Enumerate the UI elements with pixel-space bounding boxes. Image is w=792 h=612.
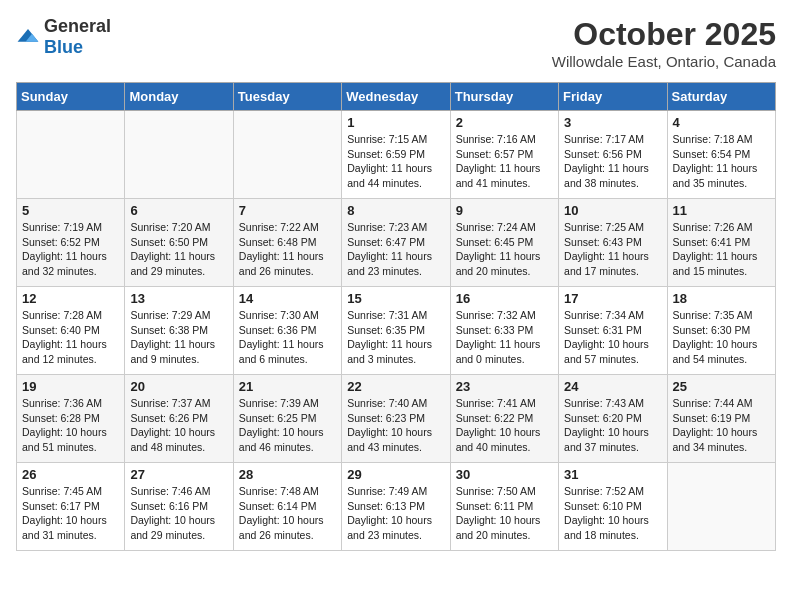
day-info: Sunrise: 7:50 AM Sunset: 6:11 PM Dayligh… xyxy=(456,484,553,543)
sunrise-text: Sunrise: 7:31 AM xyxy=(347,309,427,321)
day-number: 3 xyxy=(564,115,661,130)
sunrise-text: Sunrise: 7:22 AM xyxy=(239,221,319,233)
sunrise-text: Sunrise: 7:20 AM xyxy=(130,221,210,233)
daylight-text: Daylight: 10 hours and 23 minutes. xyxy=(347,514,432,541)
day-cell: 15 Sunrise: 7:31 AM Sunset: 6:35 PM Dayl… xyxy=(342,287,450,375)
daylight-text: Daylight: 11 hours and 9 minutes. xyxy=(130,338,215,365)
weekday-header-saturday: Saturday xyxy=(667,83,775,111)
sunrise-text: Sunrise: 7:23 AM xyxy=(347,221,427,233)
day-number: 23 xyxy=(456,379,553,394)
daylight-text: Daylight: 11 hours and 35 minutes. xyxy=(673,162,758,189)
day-cell: 18 Sunrise: 7:35 AM Sunset: 6:30 PM Dayl… xyxy=(667,287,775,375)
day-number: 31 xyxy=(564,467,661,482)
day-number: 25 xyxy=(673,379,770,394)
sunrise-text: Sunrise: 7:17 AM xyxy=(564,133,644,145)
day-number: 4 xyxy=(673,115,770,130)
sunrise-text: Sunrise: 7:48 AM xyxy=(239,485,319,497)
page-header: General Blue October 2025 Willowdale Eas… xyxy=(16,16,776,70)
day-info: Sunrise: 7:23 AM Sunset: 6:47 PM Dayligh… xyxy=(347,220,444,279)
day-number: 9 xyxy=(456,203,553,218)
day-cell xyxy=(17,111,125,199)
day-cell: 11 Sunrise: 7:26 AM Sunset: 6:41 PM Dayl… xyxy=(667,199,775,287)
daylight-text: Daylight: 11 hours and 44 minutes. xyxy=(347,162,432,189)
daylight-text: Daylight: 11 hours and 0 minutes. xyxy=(456,338,541,365)
daylight-text: Daylight: 11 hours and 3 minutes. xyxy=(347,338,432,365)
day-number: 27 xyxy=(130,467,227,482)
sunset-text: Sunset: 6:14 PM xyxy=(239,500,317,512)
sunset-text: Sunset: 6:22 PM xyxy=(456,412,534,424)
sunset-text: Sunset: 6:10 PM xyxy=(564,500,642,512)
day-cell: 8 Sunrise: 7:23 AM Sunset: 6:47 PM Dayli… xyxy=(342,199,450,287)
day-cell: 3 Sunrise: 7:17 AM Sunset: 6:56 PM Dayli… xyxy=(559,111,667,199)
day-cell: 25 Sunrise: 7:44 AM Sunset: 6:19 PM Dayl… xyxy=(667,375,775,463)
daylight-text: Daylight: 10 hours and 34 minutes. xyxy=(673,426,758,453)
sunset-text: Sunset: 6:17 PM xyxy=(22,500,100,512)
day-number: 21 xyxy=(239,379,336,394)
day-info: Sunrise: 7:36 AM Sunset: 6:28 PM Dayligh… xyxy=(22,396,119,455)
sunset-text: Sunset: 6:33 PM xyxy=(456,324,534,336)
sunrise-text: Sunrise: 7:25 AM xyxy=(564,221,644,233)
day-number: 8 xyxy=(347,203,444,218)
sunset-text: Sunset: 6:54 PM xyxy=(673,148,751,160)
daylight-text: Daylight: 10 hours and 57 minutes. xyxy=(564,338,649,365)
daylight-text: Daylight: 11 hours and 17 minutes. xyxy=(564,250,649,277)
daylight-text: Daylight: 10 hours and 31 minutes. xyxy=(22,514,107,541)
day-cell: 27 Sunrise: 7:46 AM Sunset: 6:16 PM Dayl… xyxy=(125,463,233,551)
day-cell: 22 Sunrise: 7:40 AM Sunset: 6:23 PM Dayl… xyxy=(342,375,450,463)
sunset-text: Sunset: 6:45 PM xyxy=(456,236,534,248)
sunset-text: Sunset: 6:28 PM xyxy=(22,412,100,424)
day-info: Sunrise: 7:30 AM Sunset: 6:36 PM Dayligh… xyxy=(239,308,336,367)
sunrise-text: Sunrise: 7:19 AM xyxy=(22,221,102,233)
daylight-text: Daylight: 11 hours and 38 minutes. xyxy=(564,162,649,189)
title-block: October 2025 Willowdale East, Ontario, C… xyxy=(552,16,776,70)
day-info: Sunrise: 7:29 AM Sunset: 6:38 PM Dayligh… xyxy=(130,308,227,367)
day-number: 11 xyxy=(673,203,770,218)
daylight-text: Daylight: 10 hours and 54 minutes. xyxy=(673,338,758,365)
sunset-text: Sunset: 6:48 PM xyxy=(239,236,317,248)
day-cell: 16 Sunrise: 7:32 AM Sunset: 6:33 PM Dayl… xyxy=(450,287,558,375)
day-cell: 23 Sunrise: 7:41 AM Sunset: 6:22 PM Dayl… xyxy=(450,375,558,463)
daylight-text: Daylight: 11 hours and 29 minutes. xyxy=(130,250,215,277)
sunset-text: Sunset: 6:19 PM xyxy=(673,412,751,424)
sunrise-text: Sunrise: 7:49 AM xyxy=(347,485,427,497)
sunset-text: Sunset: 6:30 PM xyxy=(673,324,751,336)
logo: General Blue xyxy=(16,16,111,58)
day-number: 19 xyxy=(22,379,119,394)
sunrise-text: Sunrise: 7:50 AM xyxy=(456,485,536,497)
sunrise-text: Sunrise: 7:16 AM xyxy=(456,133,536,145)
daylight-text: Daylight: 10 hours and 40 minutes. xyxy=(456,426,541,453)
sunrise-text: Sunrise: 7:39 AM xyxy=(239,397,319,409)
sunset-text: Sunset: 6:23 PM xyxy=(347,412,425,424)
sunset-text: Sunset: 6:11 PM xyxy=(456,500,534,512)
day-cell: 7 Sunrise: 7:22 AM Sunset: 6:48 PM Dayli… xyxy=(233,199,341,287)
sunset-text: Sunset: 6:56 PM xyxy=(564,148,642,160)
day-info: Sunrise: 7:34 AM Sunset: 6:31 PM Dayligh… xyxy=(564,308,661,367)
day-info: Sunrise: 7:45 AM Sunset: 6:17 PM Dayligh… xyxy=(22,484,119,543)
day-cell: 30 Sunrise: 7:50 AM Sunset: 6:11 PM Dayl… xyxy=(450,463,558,551)
day-info: Sunrise: 7:25 AM Sunset: 6:43 PM Dayligh… xyxy=(564,220,661,279)
day-info: Sunrise: 7:52 AM Sunset: 6:10 PM Dayligh… xyxy=(564,484,661,543)
daylight-text: Daylight: 11 hours and 6 minutes. xyxy=(239,338,324,365)
day-info: Sunrise: 7:37 AM Sunset: 6:26 PM Dayligh… xyxy=(130,396,227,455)
sunset-text: Sunset: 6:36 PM xyxy=(239,324,317,336)
day-cell xyxy=(125,111,233,199)
day-cell: 17 Sunrise: 7:34 AM Sunset: 6:31 PM Dayl… xyxy=(559,287,667,375)
daylight-text: Daylight: 10 hours and 29 minutes. xyxy=(130,514,215,541)
day-cell: 26 Sunrise: 7:45 AM Sunset: 6:17 PM Dayl… xyxy=(17,463,125,551)
sunset-text: Sunset: 6:20 PM xyxy=(564,412,642,424)
daylight-text: Daylight: 11 hours and 23 minutes. xyxy=(347,250,432,277)
day-number: 17 xyxy=(564,291,661,306)
day-info: Sunrise: 7:49 AM Sunset: 6:13 PM Dayligh… xyxy=(347,484,444,543)
sunrise-text: Sunrise: 7:45 AM xyxy=(22,485,102,497)
location-title: Willowdale East, Ontario, Canada xyxy=(552,53,776,70)
logo-blue: Blue xyxy=(44,37,83,57)
day-info: Sunrise: 7:22 AM Sunset: 6:48 PM Dayligh… xyxy=(239,220,336,279)
day-number: 20 xyxy=(130,379,227,394)
sunset-text: Sunset: 6:41 PM xyxy=(673,236,751,248)
day-number: 24 xyxy=(564,379,661,394)
month-title: October 2025 xyxy=(552,16,776,53)
day-number: 2 xyxy=(456,115,553,130)
day-cell: 9 Sunrise: 7:24 AM Sunset: 6:45 PM Dayli… xyxy=(450,199,558,287)
day-cell xyxy=(667,463,775,551)
day-cell: 20 Sunrise: 7:37 AM Sunset: 6:26 PM Dayl… xyxy=(125,375,233,463)
